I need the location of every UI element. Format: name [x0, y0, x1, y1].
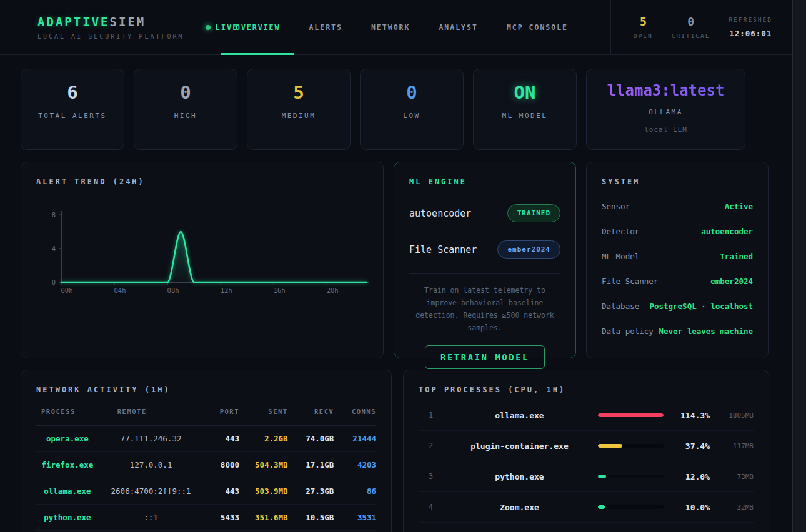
top-processes-title: TOP PROCESSES (CPU, 1H) [419, 385, 754, 394]
tab-mcp-console[interactable]: MCP CONSOLE [492, 0, 582, 54]
cpu-bar-fill [598, 444, 622, 448]
scrollbar[interactable] [792, 0, 806, 532]
svg-text:08h: 08h [167, 287, 179, 294]
svg-text:12h: 12h [221, 287, 232, 294]
network-table: PROCESS REMOTE PORT SENT RECV CONNS oper… [36, 408, 376, 531]
svg-text:16h: 16h [274, 287, 286, 294]
cpu-bar [598, 444, 664, 448]
svg-text:00h: 00h [61, 287, 73, 294]
ml-engine-row-autoencoder: autoencoder TRAINED [409, 204, 560, 222]
list-item: 4 Zoom.exe 10.0% 32MB [419, 492, 754, 523]
alert-trend-panel: ALERT TREND (24H) 04800h04h08h12h16h20h [21, 162, 384, 358]
app-subtitle: LOCAL AI SECURITY PLATFORM [37, 33, 184, 40]
table-row: firefox.exe 127.0.0.1 8000 504.3MB 17.1G… [36, 452, 376, 478]
llm-model-name: llama3:latest [587, 82, 745, 99]
refreshed-time: 12:06:01 [729, 29, 772, 38]
critical-alerts-count: 0 [672, 15, 710, 28]
network-activity-title: NETWORK ACTIVITY (1H) [36, 385, 376, 394]
ember-badge: ember2024 [497, 240, 560, 259]
svg-text:0: 0 [52, 278, 56, 286]
table-row: ollama.exe 2606:4700:2ff9::1 443 503.9MB… [36, 478, 376, 505]
bottom-row: NETWORK ACTIVITY (1H) PROCESS REMOTE POR… [21, 370, 769, 532]
list-item: 2 plugin-container.exe 37.4% 117MB [419, 431, 754, 461]
cpu-bar [598, 413, 664, 417]
trained-badge: TRAINED [507, 204, 560, 222]
card-medium: 5 MEDIUM [247, 69, 351, 150]
system-row-sensor: Sensor Active [602, 202, 753, 211]
refreshed-stat: REFRESHED 12:06:01 [729, 16, 772, 38]
top-processes-panel: TOP PROCESSES (CPU, 1H) 1 ollama.exe 114… [403, 370, 769, 532]
middle-row: ALERT TREND (24H) 04800h04h08h12h16h20h … [21, 162, 769, 358]
process-list: 1 ollama.exe 114.3% 1805MB 2 plugin-cont… [419, 400, 754, 523]
alert-trend-chart: 04800h04h08h12h16h20h [36, 207, 369, 301]
tab-alerts[interactable]: ALERTS [294, 0, 357, 54]
divider [409, 273, 560, 274]
table-row: python.exe ::1 5433 351.6MB 10.5GB 3531 [36, 505, 376, 531]
system-row-detector: Detector autoencoder [602, 227, 753, 236]
open-alerts-count: 5 [634, 15, 653, 28]
system-row-file-scanner: File Scanner ember2024 [602, 277, 753, 286]
ml-engine-panel: ML ENGINE autoencoder TRAINED File Scann… [394, 162, 576, 358]
system-title: SYSTEM [602, 177, 753, 186]
ml-engine-title: ML ENGINE [409, 177, 560, 186]
cpu-bar-fill [598, 505, 605, 509]
card-low: 0 LOW [360, 69, 464, 150]
svg-text:20h: 20h [327, 287, 339, 294]
svg-text:8: 8 [52, 211, 56, 219]
system-panel: SYSTEM Sensor Active Detector autoencode… [586, 162, 769, 358]
ml-engine-row-file-scanner: File Scanner ember2024 [409, 240, 560, 259]
header-stats: 5 OPEN 0 CRITICAL REFRESHED 12:06:01 [610, 0, 792, 54]
list-item: 1 ollama.exe 114.3% 1805MB [419, 400, 754, 431]
table-row: opera.exe 77.111.246.32 443 2.2GB 74.0GB… [36, 426, 376, 452]
list-item: 3 python.exe 12.0% 73MB [419, 461, 754, 492]
tab-network[interactable]: NETWORK [357, 0, 424, 54]
brand: ADAPTIVESIEM LOCAL AI SECURITY PLATFORM … [0, 0, 221, 54]
stat-cards-row: 6 TOTAL ALERTS 0 HIGH 5 MEDIUM 0 LOW ON … [21, 69, 745, 150]
critical-alerts-stat: 0 CRITICAL [672, 15, 710, 39]
cpu-bar-fill [598, 413, 664, 417]
network-activity-panel: NETWORK ACTIVITY (1H) PROCESS REMOTE POR… [21, 370, 392, 532]
svg-text:4: 4 [52, 245, 56, 252]
cpu-bar-fill [598, 475, 606, 478]
cpu-bar [598, 505, 664, 509]
main-nav: OVERVIEW ALERTS NETWORK ANALYST MCP CONS… [221, 0, 582, 54]
card-ollama-model: llama3:latest OLLAMA local LLM [586, 69, 745, 150]
ml-engine-note: Train on latest telemetry to improve beh… [409, 284, 560, 335]
card-high: 0 HIGH [134, 69, 237, 150]
live-dot-icon [206, 25, 211, 30]
top-bar: ADAPTIVESIEM LOCAL AI SECURITY PLATFORM … [0, 0, 806, 55]
system-row-ml-model: ML Model Trained [602, 252, 753, 261]
system-row-data-policy: Data policy Never leaves machine [602, 327, 753, 336]
logo: ADAPTIVESIEM LOCAL AI SECURITY PLATFORM [37, 15, 184, 40]
system-row-database: Database PostgreSQL · localhost [602, 302, 753, 311]
tab-analyst[interactable]: ANALYST [424, 0, 492, 54]
card-total-alerts: 6 TOTAL ALERTS [21, 69, 124, 150]
open-alerts-stat: 5 OPEN [634, 15, 653, 39]
app-title: ADAPTIVESIEM [37, 15, 184, 29]
network-table-header: PROCESS REMOTE PORT SENT RECV CONNS [36, 408, 376, 426]
svg-text:04h: 04h [114, 287, 126, 294]
tab-overview[interactable]: OVERVIEW [221, 0, 294, 54]
cpu-bar [598, 475, 664, 478]
alert-trend-title: ALERT TREND (24H) [36, 177, 368, 186]
card-ml-model: ON ML MODEL [473, 69, 577, 150]
retrain-model-button[interactable]: RETRAIN MODEL [425, 345, 545, 369]
